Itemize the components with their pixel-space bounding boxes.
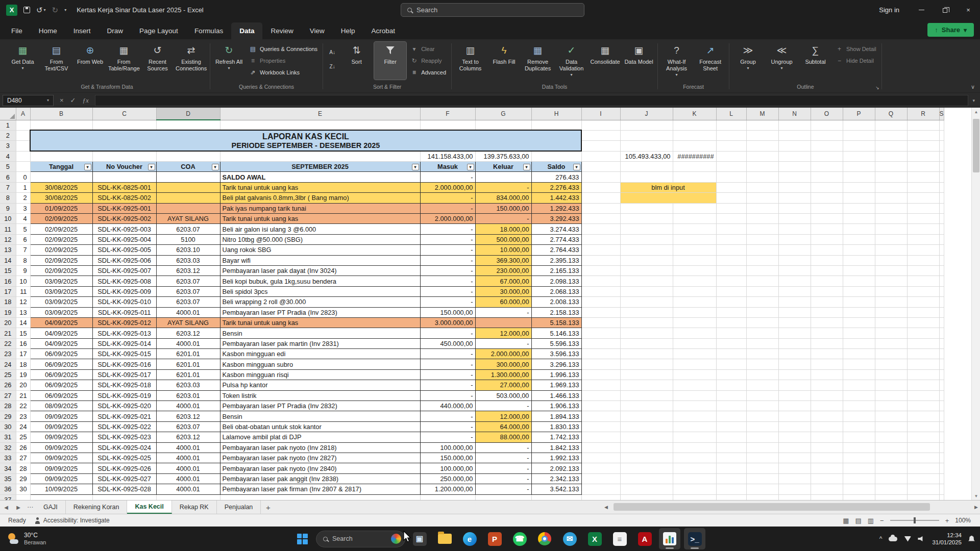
cell[interactable]	[673, 245, 716, 255]
table-row-saldo[interactable]: 2.764.433	[531, 245, 581, 255]
cell[interactable]	[843, 442, 875, 453]
cell[interactable]	[581, 473, 620, 484]
what-if-analysis-button[interactable]: ?What-If Analysis▾	[660, 42, 693, 80]
cell[interactable]	[581, 411, 620, 421]
table-row-voucher[interactable]: SDL-KK-0925-002	[92, 214, 156, 224]
scroll-up-arrow[interactable]: ▲	[972, 108, 980, 116]
restore-button[interactable]	[933, 0, 957, 20]
cell[interactable]	[875, 265, 907, 276]
row-number[interactable]: 24	[16, 421, 30, 432]
sort-descending-button[interactable]: Z↓	[326, 60, 339, 72]
table-row-keluar[interactable]: 2.000.000,00	[475, 349, 531, 359]
table-row-keluar[interactable]: 60.000,00	[475, 297, 531, 307]
filter-button-icon[interactable]: ▾	[573, 164, 580, 170]
table-row-masuk[interactable]: -	[420, 203, 475, 213]
cell[interactable]	[778, 193, 811, 203]
cell[interactable]	[778, 380, 811, 390]
ribbon-tab-review[interactable]: Review	[262, 22, 301, 39]
cell[interactable]	[746, 120, 778, 130]
cell[interactable]	[746, 276, 778, 286]
cell[interactable]	[811, 193, 843, 203]
from-text-csv-button[interactable]: ▤From Text/CSV	[40, 42, 72, 80]
cell[interactable]	[673, 141, 716, 151]
row-header-13[interactable]: 13	[0, 245, 16, 255]
cell[interactable]	[811, 265, 843, 276]
cell[interactable]	[581, 349, 620, 359]
cell[interactable]	[620, 276, 673, 286]
cell[interactable]	[843, 411, 875, 421]
cell[interactable]	[811, 224, 843, 234]
cell[interactable]	[778, 286, 811, 296]
row-header-14[interactable]: 14	[0, 255, 16, 265]
cell[interactable]	[620, 432, 673, 442]
row-number[interactable]: 17	[16, 349, 30, 359]
cell[interactable]	[907, 172, 939, 182]
cell[interactable]	[875, 401, 907, 411]
table-row-desc[interactable]: Beli air galon isi ulang 3 @6.000	[220, 224, 420, 234]
cell[interactable]	[843, 245, 875, 255]
cell[interactable]	[907, 214, 939, 224]
cell[interactable]	[939, 276, 944, 286]
cell[interactable]	[939, 369, 944, 380]
table-row-desc[interactable]: Tarik tunai untuk uang kas	[220, 214, 420, 224]
existing-connections-button[interactable]: ⇄Existing Connections	[175, 42, 207, 80]
table-row-masuk[interactable]: 3.000.000,00	[420, 317, 475, 328]
cell[interactable]	[811, 120, 843, 130]
cell[interactable]	[811, 463, 843, 473]
row-header-34[interactable]: 34	[0, 463, 16, 473]
cell[interactable]	[581, 276, 620, 286]
column-header-K[interactable]: K	[673, 108, 716, 120]
cell[interactable]	[16, 120, 30, 130]
cell[interactable]	[673, 421, 716, 432]
table-row-saldo[interactable]: 2.342.133	[531, 473, 581, 484]
row-number[interactable]: 23	[16, 411, 30, 421]
column-header-F[interactable]: F	[420, 108, 475, 120]
ribbon-tab-help[interactable]: Help	[333, 22, 363, 39]
undo-button[interactable]: ↺▾	[36, 6, 46, 15]
cell[interactable]	[778, 442, 811, 453]
cell[interactable]	[843, 380, 875, 390]
table-row-tanggal[interactable]: 06/09/2025	[30, 380, 92, 390]
vertical-scrollbar[interactable]: ▲ ▼	[971, 108, 980, 500]
cell[interactable]	[843, 401, 875, 411]
sheet-tab-rekening-koran[interactable]: Rekening Koran	[66, 500, 128, 514]
new-sheet-button[interactable]: +	[261, 500, 275, 514]
cell[interactable]	[907, 162, 939, 172]
tray-overflow-button[interactable]: ^	[879, 535, 883, 542]
table-row-saldo[interactable]: 2.165.133	[531, 265, 581, 276]
cell[interactable]	[92, 172, 156, 182]
table-row-masuk[interactable]: -	[420, 390, 475, 400]
table-row-keluar[interactable]: 1.300.000,00	[475, 369, 531, 380]
column-header-R[interactable]: R	[907, 108, 939, 120]
cell[interactable]	[581, 151, 620, 161]
cell[interactable]	[907, 411, 939, 421]
cell[interactable]	[907, 182, 939, 192]
table-row-tanggal[interactable]: 06/09/2025	[30, 390, 92, 400]
cell[interactable]	[907, 193, 939, 203]
cell[interactable]	[716, 463, 746, 473]
cell[interactable]	[620, 265, 673, 276]
cell[interactable]	[939, 359, 944, 369]
cell[interactable]	[843, 297, 875, 307]
table-row-tanggal[interactable]: 09/09/2025	[30, 473, 92, 484]
table-row-tanggal[interactable]: 09/09/2025	[30, 463, 92, 473]
cell[interactable]	[875, 307, 907, 317]
row-header-37[interactable]: 37	[0, 494, 16, 500]
cell[interactable]	[746, 349, 778, 359]
cell[interactable]	[716, 380, 746, 390]
table-row-keluar[interactable]: 150.000,00	[475, 203, 531, 213]
excel-taskbar-button[interactable]: X	[584, 528, 605, 549]
cell[interactable]	[939, 338, 944, 348]
cell[interactable]	[620, 442, 673, 453]
mail-taskbar-button[interactable]: ✉	[559, 528, 580, 549]
table-row-tanggal[interactable]: 09/09/2025	[30, 411, 92, 421]
cell[interactable]	[581, 224, 620, 234]
cell[interactable]	[778, 151, 811, 161]
cell[interactable]	[716, 359, 746, 369]
cell[interactable]	[939, 432, 944, 442]
cell[interactable]	[746, 421, 778, 432]
note-cell[interactable]: blm di input	[620, 182, 716, 192]
sort-ascending-button[interactable]: A↓	[326, 46, 339, 58]
cell[interactable]	[843, 484, 875, 494]
cell[interactable]	[907, 390, 939, 400]
